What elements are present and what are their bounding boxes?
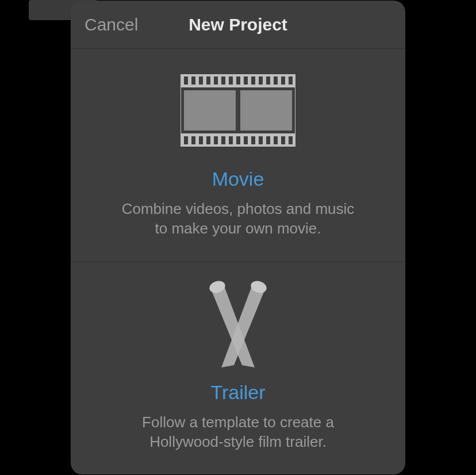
svg-rect-28 bbox=[259, 136, 263, 144]
svg-rect-8 bbox=[229, 76, 233, 85]
svg-rect-9 bbox=[236, 76, 240, 85]
modal-title: New Project bbox=[189, 15, 287, 35]
svg-rect-19 bbox=[191, 136, 195, 144]
option-trailer-description: Follow a template to create a Hollywood-… bbox=[117, 413, 359, 452]
svg-rect-32 bbox=[289, 136, 293, 144]
svg-rect-21 bbox=[206, 136, 210, 144]
svg-rect-14 bbox=[274, 76, 278, 85]
svg-rect-34 bbox=[184, 90, 236, 131]
spotlight-icon bbox=[189, 278, 287, 370]
filmstrip-icon bbox=[181, 64, 295, 156]
cancel-button[interactable]: Cancel bbox=[85, 15, 138, 35]
svg-rect-12 bbox=[259, 76, 263, 85]
new-project-modal: Cancel New Project bbox=[71, 1, 405, 474]
svg-rect-26 bbox=[244, 136, 248, 144]
option-movie-title: Movie bbox=[212, 168, 264, 190]
svg-rect-3 bbox=[191, 76, 195, 85]
svg-rect-11 bbox=[251, 76, 255, 85]
option-trailer[interactable]: Trailer Follow a template to create a Ho… bbox=[71, 262, 405, 475]
svg-rect-27 bbox=[251, 136, 255, 144]
svg-rect-4 bbox=[199, 76, 203, 85]
svg-rect-2 bbox=[184, 76, 188, 85]
svg-rect-29 bbox=[266, 136, 270, 144]
svg-rect-20 bbox=[199, 136, 203, 144]
svg-rect-13 bbox=[266, 76, 270, 85]
svg-rect-7 bbox=[221, 76, 225, 85]
svg-rect-30 bbox=[274, 136, 278, 144]
svg-rect-35 bbox=[240, 90, 292, 131]
svg-rect-22 bbox=[214, 136, 218, 144]
modal-header: Cancel New Project bbox=[71, 1, 405, 49]
svg-rect-16 bbox=[289, 76, 293, 85]
option-trailer-title: Trailer bbox=[210, 381, 265, 404]
svg-rect-5 bbox=[206, 76, 210, 85]
svg-rect-18 bbox=[184, 136, 188, 144]
svg-rect-24 bbox=[229, 136, 233, 144]
svg-rect-31 bbox=[281, 136, 285, 144]
svg-rect-10 bbox=[244, 76, 248, 85]
svg-rect-25 bbox=[236, 136, 240, 144]
svg-rect-23 bbox=[221, 136, 225, 144]
option-movie-description: Combine videos, photos and music to make… bbox=[117, 200, 359, 239]
svg-rect-15 bbox=[281, 76, 285, 85]
svg-rect-6 bbox=[214, 76, 218, 85]
option-movie[interactable]: Movie Combine videos, photos and music t… bbox=[71, 49, 405, 262]
